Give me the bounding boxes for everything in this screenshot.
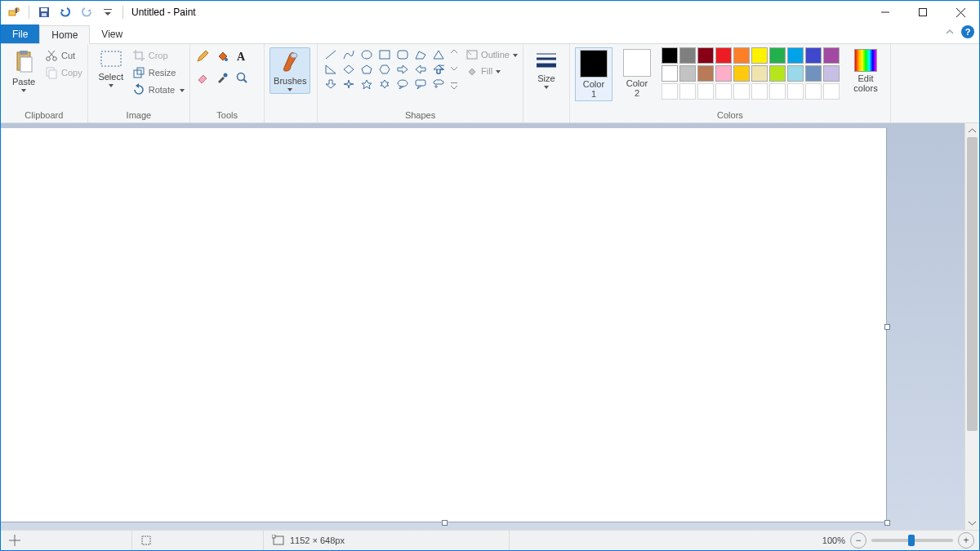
shape-star4-icon[interactable] xyxy=(342,78,355,90)
color-swatch[interactable] xyxy=(715,83,732,100)
color-swatch[interactable] xyxy=(662,47,678,64)
shape-triangle-icon[interactable] xyxy=(432,49,445,60)
resize-handle-s[interactable] xyxy=(442,520,448,526)
shape-rect-icon[interactable] xyxy=(378,49,391,60)
shapes-scroll-up-icon[interactable] xyxy=(450,47,458,56)
vertical-scrollbar[interactable] xyxy=(964,123,979,530)
shapes-expand-icon[interactable] xyxy=(450,82,458,90)
color2-button[interactable]: Color 2 xyxy=(619,47,655,100)
color1-button[interactable]: Color 1 xyxy=(575,47,612,101)
zoom-slider[interactable] xyxy=(871,539,953,542)
color-swatch[interactable] xyxy=(697,65,714,82)
color-swatch[interactable] xyxy=(787,83,804,100)
color-swatch[interactable] xyxy=(769,83,786,100)
text-tool-icon[interactable]: A xyxy=(234,49,249,64)
color-swatch[interactable] xyxy=(733,47,750,64)
zoom-out-button[interactable]: − xyxy=(850,532,866,549)
color-swatch[interactable] xyxy=(697,47,714,64)
shape-arrow-down-icon[interactable] xyxy=(324,78,337,90)
shape-pentagon-icon[interactable] xyxy=(360,64,373,75)
color-swatch[interactable] xyxy=(823,65,840,82)
shape-arrow-up-icon[interactable] xyxy=(432,64,445,75)
color-swatch[interactable] xyxy=(751,65,768,82)
color-swatch[interactable] xyxy=(679,83,696,100)
edit-colors-button[interactable]: Edit colors xyxy=(846,47,885,95)
size-button[interactable]: Size xyxy=(528,47,564,91)
pencil-tool-icon[interactable] xyxy=(195,49,210,64)
resize-handle-e[interactable] xyxy=(884,324,890,330)
shape-arrow-left-icon[interactable] xyxy=(414,64,427,75)
color-picker-tool-icon[interactable] xyxy=(215,70,229,85)
color-swatch[interactable] xyxy=(805,65,822,82)
shape-callout-round-icon[interactable] xyxy=(396,78,409,90)
eraser-tool-icon[interactable] xyxy=(195,70,210,85)
shape-star6-icon[interactable] xyxy=(378,78,391,90)
undo-icon[interactable] xyxy=(57,4,74,20)
color-swatch[interactable] xyxy=(751,83,768,100)
color-swatch[interactable] xyxy=(769,65,786,82)
color-swatch[interactable] xyxy=(733,83,750,100)
color-swatch[interactable] xyxy=(715,65,732,82)
maximize-button[interactable] xyxy=(904,1,942,24)
color-swatch[interactable] xyxy=(679,47,696,64)
resize-button[interactable]: Resize xyxy=(132,64,185,81)
help-icon[interactable]: ? xyxy=(961,25,974,38)
qat-customize-icon[interactable] xyxy=(100,4,116,20)
shape-outline-button[interactable]: Outline xyxy=(466,47,518,62)
shape-callout-cloud-icon[interactable] xyxy=(432,78,445,90)
color-swatch[interactable] xyxy=(823,47,840,64)
color-swatch[interactable] xyxy=(787,65,804,82)
brushes-button[interactable]: Brushes xyxy=(270,47,310,94)
color-swatch[interactable] xyxy=(697,83,714,100)
scroll-down-icon[interactable] xyxy=(965,516,979,530)
color-swatch[interactable] xyxy=(662,65,678,82)
cut-button[interactable]: Cut xyxy=(45,47,82,64)
app-icon[interactable] xyxy=(6,4,22,20)
resize-handle-se[interactable] xyxy=(884,520,890,526)
rotate-button[interactable]: Rotate xyxy=(132,82,185,98)
zoom-slider-thumb[interactable] xyxy=(908,535,915,546)
shape-hexagon-icon[interactable] xyxy=(378,64,391,75)
close-button[interactable] xyxy=(942,1,979,24)
magnifier-tool-icon[interactable] xyxy=(234,70,249,85)
color-swatch[interactable] xyxy=(805,47,822,64)
color-swatch[interactable] xyxy=(823,83,840,100)
shape-arrow-right-icon[interactable] xyxy=(396,64,409,75)
color-swatch[interactable] xyxy=(787,47,804,64)
color-swatch[interactable] xyxy=(662,83,678,100)
shapes-gallery[interactable] xyxy=(323,47,448,93)
save-icon[interactable] xyxy=(36,4,52,20)
tab-file[interactable]: File xyxy=(1,24,39,43)
color-swatch[interactable] xyxy=(679,65,696,82)
redo-icon[interactable] xyxy=(78,4,95,20)
zoom-in-button[interactable]: + xyxy=(958,532,974,549)
color-swatch[interactable] xyxy=(715,47,732,64)
ribbon-collapse-icon[interactable] xyxy=(945,27,955,37)
shape-diamond-icon[interactable] xyxy=(342,64,355,75)
shape-line-icon[interactable] xyxy=(324,49,337,60)
tab-home[interactable]: Home xyxy=(39,25,90,44)
shape-callout-rect-icon[interactable] xyxy=(414,78,427,90)
paste-button[interactable]: Paste xyxy=(6,47,42,94)
color-swatch[interactable] xyxy=(769,47,786,64)
color-swatch[interactable] xyxy=(733,65,750,82)
shape-fill-button[interactable]: Fill xyxy=(466,64,518,78)
scroll-up-icon[interactable] xyxy=(965,123,979,137)
shape-star5-icon[interactable] xyxy=(360,78,373,90)
crop-button[interactable]: Crop xyxy=(132,47,185,64)
shape-right-triangle-icon[interactable] xyxy=(324,64,337,75)
canvas[interactable] xyxy=(1,128,887,522)
shape-polygon-icon[interactable] xyxy=(414,49,427,60)
fill-tool-icon[interactable] xyxy=(215,49,229,64)
shapes-scroll-down-icon[interactable] xyxy=(450,64,458,73)
shape-roundrect-icon[interactable] xyxy=(396,49,409,60)
minimize-button[interactable] xyxy=(866,1,904,24)
select-button[interactable]: Select xyxy=(93,47,129,89)
tab-view[interactable]: View xyxy=(90,24,134,43)
color-swatch[interactable] xyxy=(751,47,768,64)
shape-oval-icon[interactable] xyxy=(360,49,373,60)
copy-button[interactable]: Copy xyxy=(45,64,82,81)
scroll-thumb[interactable] xyxy=(967,137,978,431)
shape-curve-icon[interactable] xyxy=(342,49,355,60)
color-swatch[interactable] xyxy=(805,83,822,100)
